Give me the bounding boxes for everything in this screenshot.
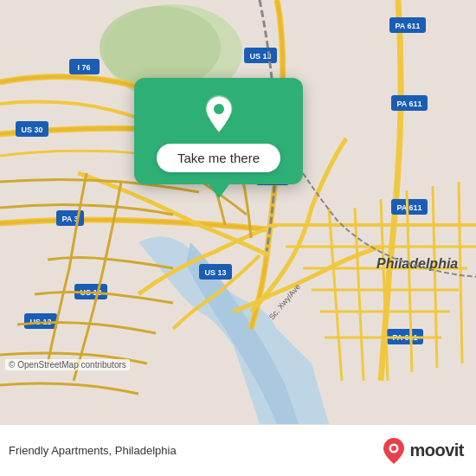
svg-point-2	[100, 6, 221, 89]
svg-text:PA 3: PA 3	[61, 215, 78, 223]
svg-text:US 13: US 13	[204, 268, 226, 277]
app-footer: Friendly Apartments, Philadelphia moovit	[0, 424, 476, 476]
svg-point-42	[214, 104, 224, 114]
svg-text:PA 611: PA 611	[396, 100, 421, 108]
svg-text:PA 611: PA 611	[395, 22, 420, 30]
map-copyright: © OpenStreetMap contributors	[5, 359, 130, 370]
svg-text:Philadelphia: Philadelphia	[376, 256, 458, 271]
svg-text:I 76: I 76	[77, 63, 90, 72]
moovit-brand: moovit	[382, 436, 464, 466]
moovit-pin-icon	[382, 436, 406, 466]
map-view[interactable]: I 76 US 30 PA 611 PA 611 PA 611 PA 611 P…	[0, 0, 476, 424]
take-me-there-button[interactable]: Take me there	[157, 144, 280, 172]
svg-point-44	[391, 446, 396, 451]
svg-text:PA 611: PA 611	[396, 203, 421, 212]
location-popup: Take me there	[134, 78, 303, 184]
location-pin-icon	[198, 93, 240, 135]
svg-text:US 30: US 30	[21, 125, 42, 134]
location-label: Friendly Apartments, Philadelphia	[9, 444, 177, 457]
moovit-wordmark: moovit	[409, 441, 464, 460]
